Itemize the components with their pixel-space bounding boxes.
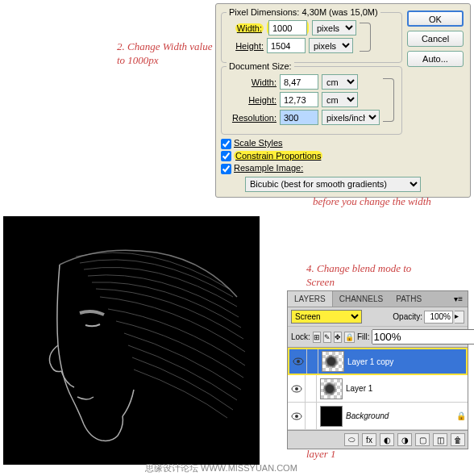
layer-name[interactable]: Background xyxy=(346,411,455,420)
annotation-width: 2. Change Width value to 1000px xyxy=(117,40,214,68)
svg-point-6 xyxy=(295,415,298,418)
scale-styles-checkbox[interactable] xyxy=(221,139,231,149)
width-input[interactable] xyxy=(268,20,307,35)
layer-name[interactable]: Layer 1 copy xyxy=(347,357,466,366)
resolution-label: Resolution: xyxy=(228,113,276,123)
layer-row[interactable]: Layer 1 xyxy=(288,375,468,403)
visibility-toggle[interactable] xyxy=(289,349,307,374)
svg-point-4 xyxy=(295,387,298,390)
layer-style-icon[interactable]: fx xyxy=(362,433,376,446)
link-layers-icon[interactable]: ⬭ xyxy=(344,433,359,446)
height-input[interactable] xyxy=(267,38,306,53)
layer-group-icon[interactable]: ▢ xyxy=(415,433,430,446)
layer-thumbnail xyxy=(320,406,343,427)
resample-method-select[interactable]: Bicubic (best for smooth gradients) xyxy=(245,177,421,192)
lock-all-icon[interactable]: 🔒 xyxy=(344,332,355,343)
lock-position-icon[interactable]: ✥ xyxy=(334,332,342,343)
constrain-proportions-checkbox[interactable] xyxy=(221,151,231,161)
cancel-button[interactable]: Cancel xyxy=(407,31,464,47)
link-column[interactable] xyxy=(306,375,317,402)
width-label: Width: xyxy=(235,23,264,33)
lock-pixels-icon[interactable]: ✎ xyxy=(323,332,331,343)
layer-thumbnail xyxy=(320,378,343,399)
tab-paths[interactable]: PATHS xyxy=(389,291,428,307)
layer-mask-icon[interactable]: ◐ xyxy=(380,433,394,446)
doc-width-input[interactable] xyxy=(280,74,318,90)
doc-width-unit-select[interactable]: cm xyxy=(322,74,358,90)
fill-label: Fill: xyxy=(357,332,370,341)
panel-menu-icon[interactable]: ▾≡ xyxy=(449,291,468,307)
link-bracket-icon xyxy=(383,78,394,122)
constrain-proportions-label: Constrain Proportions xyxy=(234,151,322,161)
pixel-dimensions-label: Pixel Dimensions: 4,30M (was 15,0M) xyxy=(227,7,380,17)
doc-width-label: Width: xyxy=(228,77,276,87)
scale-styles-label: Scale Styles xyxy=(234,138,283,148)
annotation-blendmode: 4. Change blend mode to Screen xyxy=(306,262,435,290)
resolution-input[interactable] xyxy=(280,110,318,125)
layer-thumbnail xyxy=(322,351,344,372)
opacity-input[interactable] xyxy=(424,311,453,324)
lock-label: Lock: xyxy=(291,332,310,341)
visibility-toggle[interactable] xyxy=(288,403,306,429)
watermark: 思缘设计论坛 WWW.MISSYUAN.COM xyxy=(145,462,297,474)
link-bracket-icon xyxy=(360,23,371,52)
layer-row[interactable]: Background 🔒 xyxy=(288,403,468,430)
svg-point-2 xyxy=(297,360,300,363)
opacity-label: Opacity: xyxy=(393,312,422,321)
layers-panel: LAYERS CHANNELS PATHS ▾≡ Screen Opacity:… xyxy=(287,290,468,449)
lock-icon: 🔒 xyxy=(455,411,468,420)
visibility-toggle[interactable] xyxy=(288,375,306,402)
adjustment-layer-icon[interactable]: ◑ xyxy=(397,433,412,446)
doc-height-label: Height: xyxy=(228,95,276,105)
resample-image-checkbox[interactable] xyxy=(221,164,231,174)
link-column[interactable] xyxy=(307,349,318,374)
layer-row[interactable]: Layer 1 copy xyxy=(288,348,468,375)
link-column[interactable] xyxy=(306,403,317,429)
preview-image xyxy=(3,216,260,465)
height-label: Height: xyxy=(228,41,264,51)
tab-layers[interactable]: LAYERS xyxy=(288,291,333,307)
lock-transparency-icon[interactable]: ⊞ xyxy=(313,332,321,343)
tab-channels[interactable]: CHANNELS xyxy=(333,291,389,307)
doc-height-input[interactable] xyxy=(280,92,318,107)
layer-name[interactable]: Layer 1 xyxy=(346,384,468,393)
document-size-label: Document Size: xyxy=(227,61,294,71)
new-layer-icon[interactable]: ◫ xyxy=(433,433,447,446)
ok-button[interactable]: OK xyxy=(407,10,464,27)
auto-button[interactable]: Auto... xyxy=(407,51,464,67)
width-unit-select[interactable]: pixels xyxy=(312,20,356,35)
opacity-slider-icon[interactable]: ▸ xyxy=(455,311,464,324)
blend-mode-select[interactable]: Screen xyxy=(291,310,362,324)
resample-image-label: Resample Image: xyxy=(234,163,303,173)
doc-height-unit-select[interactable]: cm xyxy=(322,92,358,107)
height-unit-select[interactable]: pixels xyxy=(309,38,353,53)
resolution-unit-select[interactable]: pixels/inch xyxy=(322,110,380,125)
image-size-dialog: OK Cancel Auto... Pixel Dimensions: 4,30… xyxy=(215,3,471,198)
delete-layer-icon[interactable]: 🗑 xyxy=(451,433,465,446)
fill-input[interactable] xyxy=(372,329,474,344)
